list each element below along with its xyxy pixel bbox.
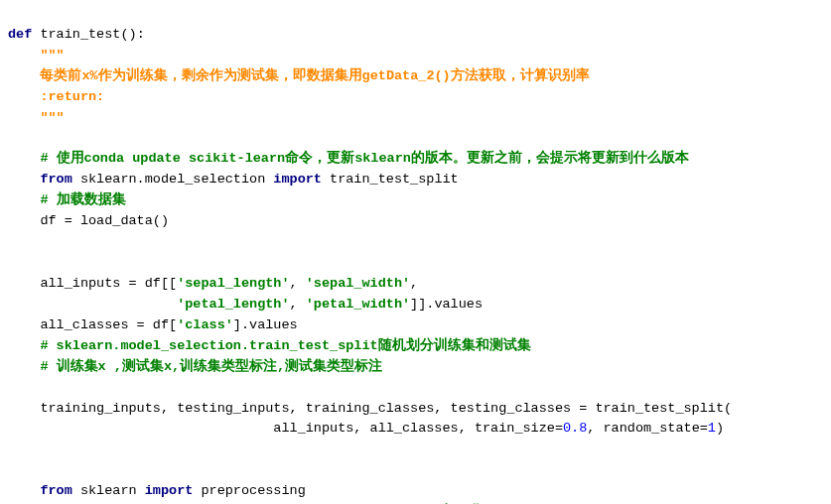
code-token: all_classes = df[ bbox=[8, 317, 177, 332]
code-token: # 加载数据集 bbox=[40, 192, 125, 207]
code-token: # 使用conda update scikit-learn命令，更新sklear… bbox=[40, 151, 688, 166]
code-token bbox=[8, 297, 177, 312]
code-token bbox=[8, 338, 40, 353]
code-token: training_inputs, testing_inputs, trainin… bbox=[8, 401, 732, 416]
code-token bbox=[8, 48, 40, 63]
code-token: 0.8 bbox=[563, 421, 587, 436]
code-token: 每类前x%作为训练集，剩余作为测试集，即数据集用getData_2()方法获取，… bbox=[40, 68, 589, 83]
code-token: from bbox=[40, 483, 71, 498]
code-token: preprocessing bbox=[193, 483, 305, 498]
code-token bbox=[8, 192, 40, 207]
code-token bbox=[8, 172, 40, 187]
code-token: from bbox=[40, 172, 71, 187]
code-token: 'sepal_length' bbox=[177, 276, 289, 291]
code-token: # sklearn.model_selection.train_test_spl… bbox=[40, 338, 530, 353]
code-token: 'class' bbox=[177, 317, 233, 332]
code-token: 'petal_width' bbox=[306, 297, 410, 312]
code-token bbox=[8, 151, 40, 166]
code-token: train_test bbox=[32, 27, 120, 42]
code-token: 1 bbox=[708, 421, 716, 436]
code-token: , random_state= bbox=[587, 421, 708, 436]
code-token: :return: bbox=[40, 89, 104, 104]
code-token: 'petal_length' bbox=[177, 297, 289, 312]
code-token: , bbox=[410, 276, 418, 291]
code-token: sklearn.model_selection bbox=[72, 172, 274, 187]
code-token: def bbox=[8, 27, 32, 42]
code-token: # 训练集x ,测试集x,训练集类型标注,测试集类型标注 bbox=[40, 359, 382, 374]
code-token: , bbox=[290, 276, 306, 291]
code-token: all_inputs, all_classes, train_size= bbox=[8, 421, 563, 436]
code-token: 'sepal_width' bbox=[306, 276, 410, 291]
code-token bbox=[8, 68, 40, 83]
code-token: train_test_split bbox=[322, 172, 459, 187]
code-token: import bbox=[273, 172, 322, 187]
code-token: all_inputs = df[[ bbox=[8, 276, 177, 291]
code-token: (): bbox=[120, 27, 144, 42]
code-token: df = load_data() bbox=[8, 213, 169, 228]
code-token: ) bbox=[716, 421, 724, 436]
code-block: def train_test(): """ 每类前x%作为训练集，剩余作为测试集… bbox=[8, 25, 823, 504]
code-token bbox=[8, 110, 40, 125]
code-token: , bbox=[290, 297, 306, 312]
code-token: ]].values bbox=[410, 297, 483, 312]
code-token: ].values bbox=[233, 317, 298, 332]
code-token bbox=[8, 483, 40, 498]
code-token: """ bbox=[40, 110, 64, 125]
code-token: sklearn bbox=[72, 483, 145, 498]
code-token: import bbox=[145, 483, 194, 498]
code-token bbox=[8, 359, 40, 374]
code-token bbox=[8, 89, 40, 104]
code-token: """ bbox=[40, 48, 64, 63]
